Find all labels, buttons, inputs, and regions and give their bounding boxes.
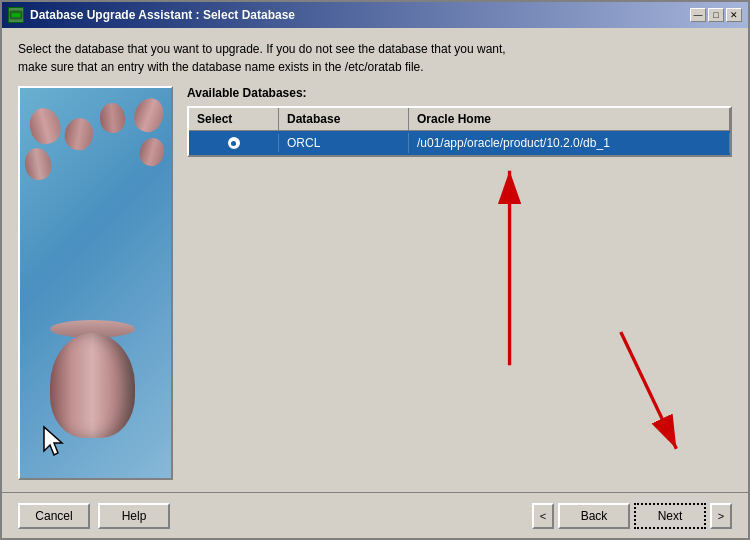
bottom-left-buttons: Cancel Help — [18, 503, 170, 529]
cell-oracle-home: /u01/app/oracle/product/10.2.0/db_1 — [409, 133, 730, 153]
back-arrow-button[interactable]: < — [532, 503, 554, 529]
radio-button[interactable] — [228, 137, 240, 149]
image-panel — [18, 86, 173, 480]
next-button[interactable]: Next — [634, 503, 706, 529]
close-button[interactable]: ✕ — [726, 8, 742, 22]
drum-small-5 — [22, 146, 53, 182]
svg-line-5 — [621, 332, 677, 449]
content-area: Select the database that you want to upg… — [2, 28, 748, 492]
back-button[interactable]: Back — [558, 503, 630, 529]
main-window: Database Upgrade Assistant : Select Data… — [0, 0, 750, 540]
app-icon — [8, 7, 24, 23]
annotation-arrows — [187, 106, 732, 480]
drum-small-4 — [130, 94, 168, 136]
svg-rect-1 — [12, 13, 20, 17]
maximize-button[interactable]: □ — [708, 8, 724, 22]
window-title: Database Upgrade Assistant : Select Data… — [30, 8, 295, 22]
cancel-button[interactable]: Cancel — [18, 503, 90, 529]
database-table: Select Database Oracle Home ORCL /u — [187, 106, 732, 157]
drum-small-2 — [62, 116, 95, 152]
next-arrow-button[interactable]: > — [710, 503, 732, 529]
title-bar: Database Upgrade Assistant : Select Data… — [2, 2, 748, 28]
table-wrapper: Select Database Oracle Home ORCL /u — [187, 106, 732, 480]
description-text: Select the database that you want to upg… — [18, 40, 732, 76]
table-header: Select Database Oracle Home — [189, 108, 730, 131]
right-panel: Available Databases: Select Database Ora… — [187, 86, 732, 480]
cursor-icon — [42, 425, 72, 460]
drum-small-6 — [137, 135, 167, 168]
drum-main — [50, 333, 135, 438]
header-oracle-home: Oracle Home — [409, 108, 730, 130]
radio-dot — [231, 141, 236, 146]
bottom-right-buttons: < Back Next > — [532, 503, 732, 529]
main-area: Available Databases: Select Database Ora… — [18, 86, 732, 480]
drum-illustration — [20, 88, 171, 478]
minimize-button[interactable]: — — [690, 8, 706, 22]
drum-small-1 — [26, 105, 64, 148]
description-line2: make sure that an entry with the databas… — [18, 60, 424, 74]
svg-marker-2 — [44, 427, 62, 455]
title-bar-left: Database Upgrade Assistant : Select Data… — [8, 7, 295, 23]
help-button[interactable]: Help — [98, 503, 170, 529]
window-controls: — □ ✕ — [690, 8, 742, 22]
bottom-bar: Cancel Help < Back Next > — [2, 492, 748, 538]
description-line1: Select the database that you want to upg… — [18, 42, 506, 56]
table-row[interactable]: ORCL /u01/app/oracle/product/10.2.0/db_1 — [189, 131, 730, 155]
drum-small-3 — [99, 102, 127, 134]
header-select: Select — [189, 108, 279, 130]
cell-select[interactable] — [189, 134, 279, 152]
cell-database: ORCL — [279, 133, 409, 153]
available-label: Available Databases: — [187, 86, 732, 100]
header-database: Database — [279, 108, 409, 130]
